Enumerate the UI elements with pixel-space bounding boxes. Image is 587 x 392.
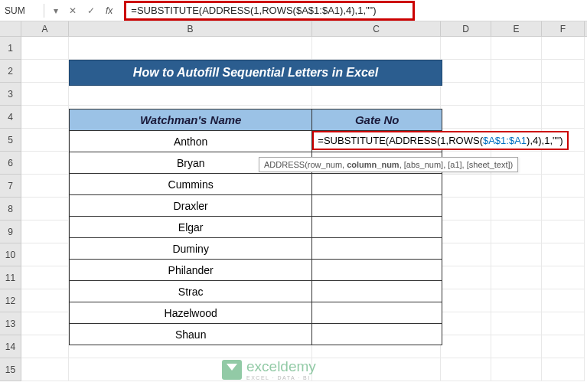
cell[interactable] — [21, 175, 69, 198]
cell[interactable] — [491, 37, 542, 60]
cell[interactable] — [542, 312, 585, 335]
cell[interactable] — [542, 220, 585, 243]
row-header[interactable]: 1 — [0, 37, 21, 60]
name-cell[interactable]: Cummins — [70, 174, 312, 195]
cell[interactable] — [542, 106, 585, 129]
cell[interactable] — [69, 37, 312, 60]
row-header[interactable]: 12 — [0, 289, 21, 312]
gate-cell[interactable] — [312, 195, 442, 217]
col-header-B[interactable]: B — [69, 21, 312, 36]
cell[interactable] — [542, 243, 585, 266]
row-header[interactable]: 5 — [0, 129, 21, 152]
cell[interactable] — [441, 243, 491, 266]
cell[interactable] — [542, 358, 585, 381]
name-cell[interactable]: Hazelwood — [70, 302, 312, 324]
cell[interactable] — [491, 198, 542, 220]
cell[interactable] — [441, 220, 491, 243]
cell[interactable] — [491, 266, 542, 289]
gate-cell[interactable] — [312, 217, 442, 238]
col-header-D[interactable]: D — [441, 21, 491, 36]
row-header[interactable]: 11 — [0, 266, 21, 289]
gate-cell[interactable] — [312, 281, 442, 302]
cell[interactable] — [21, 312, 69, 335]
cell[interactable] — [441, 312, 491, 335]
row-header[interactable]: 6 — [0, 152, 21, 175]
cell[interactable] — [21, 335, 69, 358]
cell[interactable] — [312, 358, 441, 381]
cancel-icon[interactable]: ✕ — [69, 5, 77, 16]
gate-cell[interactable] — [312, 302, 442, 324]
row-header[interactable]: 7 — [0, 175, 21, 198]
dropdown-icon[interactable]: ▾ — [54, 5, 58, 16]
cell[interactable] — [441, 175, 491, 198]
gate-cell[interactable]: =SUBSTITUTE(ADDRESS(1,ROWS($A$1:$A1),4),… — [312, 131, 442, 152]
row-header[interactable]: 9 — [0, 220, 21, 243]
cell[interactable] — [542, 37, 585, 60]
fx-icon[interactable]: fx — [106, 5, 117, 16]
cell[interactable] — [491, 289, 542, 312]
cell[interactable] — [21, 289, 69, 312]
cell[interactable] — [491, 83, 542, 106]
name-cell[interactable]: Draxler — [70, 195, 312, 217]
cell[interactable] — [491, 312, 542, 335]
cell[interactable] — [21, 266, 69, 289]
cell[interactable] — [491, 243, 542, 266]
cell[interactable] — [542, 152, 585, 175]
cell[interactable] — [542, 83, 585, 106]
cell[interactable] — [21, 129, 69, 152]
cell[interactable] — [542, 289, 585, 312]
cell[interactable] — [69, 83, 312, 106]
gate-cell[interactable] — [312, 324, 442, 345]
cell[interactable] — [21, 106, 69, 129]
cell[interactable] — [441, 198, 491, 220]
select-all-corner[interactable] — [0, 21, 21, 36]
gate-cell[interactable] — [312, 238, 442, 260]
name-cell[interactable]: Strac — [70, 281, 312, 302]
cell[interactable] — [312, 37, 441, 60]
cell[interactable] — [21, 220, 69, 243]
cell[interactable] — [542, 175, 585, 198]
row-header[interactable]: 4 — [0, 106, 21, 129]
name-cell[interactable]: Philander — [70, 260, 312, 281]
row-header[interactable]: 8 — [0, 198, 21, 220]
gate-cell[interactable] — [312, 174, 442, 195]
cell[interactable] — [441, 335, 491, 358]
cell[interactable] — [491, 358, 542, 381]
editing-cell[interactable]: =SUBSTITUTE(ADDRESS(1,ROWS($A$1:$A1),4),… — [312, 131, 568, 150]
cell[interactable] — [21, 243, 69, 266]
row-header[interactable]: 15 — [0, 358, 21, 381]
col-header-C[interactable]: C — [312, 21, 441, 36]
cell[interactable] — [542, 266, 585, 289]
cell[interactable] — [21, 83, 69, 106]
cell[interactable] — [491, 335, 542, 358]
cell[interactable] — [491, 60, 542, 83]
enter-icon[interactable]: ✓ — [87, 5, 95, 16]
gate-cell[interactable] — [312, 260, 442, 281]
cell[interactable] — [542, 60, 585, 83]
cell[interactable] — [21, 37, 69, 60]
cell[interactable] — [491, 220, 542, 243]
cell[interactable] — [441, 37, 491, 60]
row-header[interactable]: 2 — [0, 60, 21, 83]
row-header[interactable]: 14 — [0, 335, 21, 358]
cell[interactable] — [21, 198, 69, 220]
cell[interactable] — [21, 358, 69, 381]
cell[interactable] — [441, 83, 491, 106]
row-header[interactable]: 13 — [0, 312, 21, 335]
name-cell[interactable]: Anthon — [70, 131, 312, 152]
cell[interactable] — [21, 60, 69, 83]
cell[interactable] — [441, 60, 491, 83]
cell[interactable] — [491, 175, 542, 198]
cell[interactable] — [542, 335, 585, 358]
cell[interactable] — [441, 106, 491, 129]
cell[interactable] — [491, 106, 542, 129]
col-header-E[interactable]: E — [491, 21, 542, 36]
cell[interactable] — [312, 83, 441, 106]
col-header-F[interactable]: F — [542, 21, 585, 36]
cell[interactable] — [441, 358, 491, 381]
name-cell[interactable]: Duminy — [70, 238, 312, 260]
row-header[interactable]: 10 — [0, 243, 21, 266]
col-header-A[interactable]: A — [21, 21, 69, 36]
cell[interactable] — [542, 198, 585, 220]
row-header[interactable]: 3 — [0, 83, 21, 106]
